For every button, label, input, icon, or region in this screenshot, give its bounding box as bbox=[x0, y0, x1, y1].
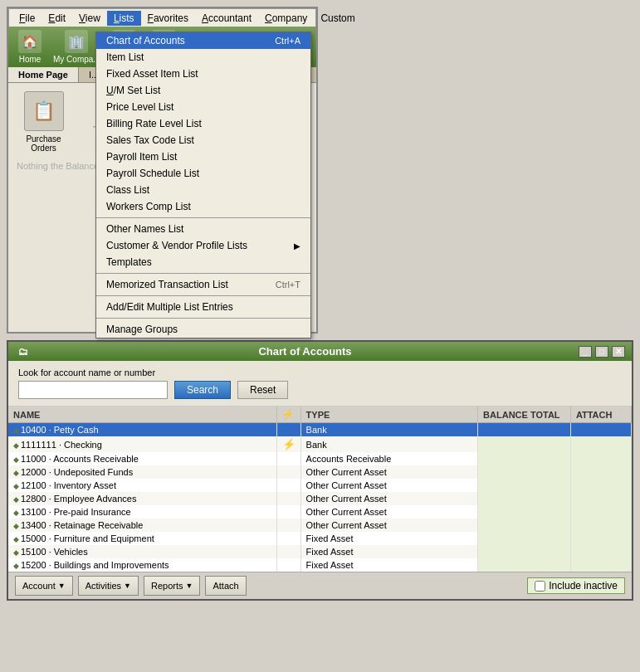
table-row[interactable]: ◆15000 · Furniture and EquipmentFixed As… bbox=[8, 532, 632, 545]
nav-mycompany[interactable]: 🏢 My Compa... bbox=[53, 30, 100, 64]
menu-payroll-schedule-list[interactable]: Payroll Schedule List bbox=[96, 165, 310, 182]
lightning-cell bbox=[276, 545, 300, 558]
account-name-cell: ◆11000 · Accounts Receivable bbox=[8, 452, 276, 465]
activities-button[interactable]: Activities ▼ bbox=[78, 576, 139, 596]
menu-manage-groups[interactable]: Manage Groups bbox=[96, 321, 310, 338]
menu-view[interactable]: View bbox=[72, 11, 107, 26]
menu-accountant[interactable]: Accountant bbox=[195, 11, 258, 26]
account-name-cell: ◆10400 · Petty Cash bbox=[8, 423, 276, 437]
attach-cell bbox=[570, 436, 631, 452]
menu-custom[interactable]: Custom bbox=[314, 11, 361, 26]
search-button[interactable]: Search bbox=[174, 381, 231, 399]
attach-cell bbox=[570, 492, 631, 505]
attach-cell bbox=[570, 545, 631, 558]
close-button[interactable]: ✕ bbox=[612, 346, 625, 358]
balance-total-cell bbox=[478, 479, 571, 492]
reset-button[interactable]: Reset bbox=[237, 381, 288, 399]
menu-chart-of-accounts[interactable]: Chart of Accounts Ctrl+A bbox=[96, 32, 310, 49]
attach-button[interactable]: Attach bbox=[205, 576, 246, 596]
divider-4 bbox=[96, 318, 310, 319]
search-input[interactable] bbox=[18, 381, 168, 399]
attach-cell bbox=[570, 558, 631, 572]
menu-add-edit-multiple-list-entries[interactable]: Add/Edit Multiple List Entries bbox=[96, 299, 310, 315]
balance-total-cell bbox=[478, 545, 571, 558]
reports-button[interactable]: Reports ▼ bbox=[144, 576, 200, 596]
attach-cell bbox=[570, 519, 631, 532]
menu-bar: File Edit View Lists Favorites Accountan… bbox=[8, 8, 316, 27]
menu-file[interactable]: File bbox=[12, 11, 42, 26]
account-type-cell: Other Current Asset bbox=[300, 519, 478, 532]
col-header-type[interactable]: TYPE bbox=[300, 407, 478, 423]
balance-total-cell bbox=[478, 423, 571, 437]
attach-cell bbox=[570, 452, 631, 465]
table-row[interactable]: ◆15200 · Buildings and ImprovementsFixed… bbox=[8, 558, 632, 572]
menu-sales-tax-code-list[interactable]: Sales Tax Code List bbox=[96, 132, 310, 149]
chart-of-accounts-window: 🗂 Chart of Accounts _ □ ✕ Look for accou… bbox=[7, 340, 633, 601]
chart-title: Chart of Accounts bbox=[258, 345, 351, 358]
reports-dropdown-arrow-icon: ▼ bbox=[186, 582, 193, 590]
menu-templates[interactable]: Templates bbox=[96, 254, 310, 270]
menu-class-list[interactable]: Class List bbox=[96, 182, 310, 198]
attach-cell bbox=[570, 505, 631, 519]
menu-item-list[interactable]: Item List bbox=[96, 49, 310, 66]
tab-homepage[interactable]: Home Page bbox=[8, 67, 79, 82]
lightning-cell bbox=[276, 465, 300, 479]
lightning-cell bbox=[276, 452, 300, 465]
titlebar-icon: 🗂 bbox=[15, 345, 32, 358]
table-row[interactable]: ◆13100 · Pre-paid InsuranceOther Current… bbox=[8, 505, 632, 519]
account-type-cell: Other Current Asset bbox=[300, 492, 478, 505]
account-name-cell: ◆13100 · Pre-paid Insurance bbox=[8, 505, 276, 519]
account-type-cell: Accounts Receivable bbox=[300, 452, 478, 465]
maximize-button[interactable]: □ bbox=[595, 346, 608, 358]
account-type-cell: Bank bbox=[300, 436, 478, 452]
col-header-lightning: ⚡ bbox=[276, 407, 300, 423]
col-header-name[interactable]: NAME bbox=[8, 407, 276, 423]
account-button[interactable]: Account ▼ bbox=[15, 576, 73, 596]
attach-cell bbox=[570, 479, 631, 492]
lightning-cell: ⚡ bbox=[276, 436, 300, 452]
submenu-arrow-icon: ▶ bbox=[294, 241, 300, 251]
menu-workers-comp-list[interactable]: Workers Comp List bbox=[96, 198, 310, 215]
menu-fixed-asset-item-list[interactable]: Fixed Asset Item List bbox=[96, 66, 310, 82]
col-header-attach[interactable]: ATTACH bbox=[570, 407, 631, 423]
menu-lists[interactable]: Lists bbox=[107, 11, 141, 26]
table-row[interactable]: ◆13400 · Retainage ReceivableOther Curre… bbox=[8, 519, 632, 532]
lists-dropdown-menu: Chart of Accounts Ctrl+A Item List Fixed… bbox=[95, 32, 311, 338]
purchase-orders-icon: 📋 bbox=[24, 91, 64, 131]
menu-edit[interactable]: Edit bbox=[42, 11, 72, 26]
balance-total-cell bbox=[478, 558, 571, 572]
home-icon-purchase-orders[interactable]: 📋 Purchase Orders bbox=[17, 91, 71, 153]
minimize-button[interactable]: _ bbox=[579, 346, 592, 358]
chart-footer: Account ▼ Activities ▼ Reports ▼ Attach … bbox=[8, 572, 632, 599]
lightning-cell bbox=[276, 505, 300, 519]
table-row[interactable]: ◆15100 · VehiclesFixed Asset bbox=[8, 545, 632, 558]
menu-company[interactable]: Company bbox=[258, 11, 314, 26]
nav-home[interactable]: 🏠 Home bbox=[13, 30, 46, 64]
menu-price-level-list[interactable]: Price Level List bbox=[96, 99, 310, 115]
menu-favorites[interactable]: Favorites bbox=[141, 11, 195, 26]
menu-payroll-item-list[interactable]: Payroll Item List bbox=[96, 149, 310, 165]
search-row: Search Reset bbox=[18, 381, 622, 399]
search-label: Look for account name or number bbox=[18, 368, 622, 377]
balance-total-cell bbox=[478, 519, 571, 532]
table-row[interactable]: ◆10400 · Petty CashBank bbox=[8, 423, 632, 437]
account-type-cell: Other Current Asset bbox=[300, 465, 478, 479]
menu-customer-vendor-profile-lists[interactable]: Customer & Vendor Profile Lists ▶ bbox=[96, 237, 310, 254]
table-row[interactable]: ◆12100 · Inventory AssetOther Current As… bbox=[8, 479, 632, 492]
menu-other-names-list[interactable]: Other Names List bbox=[96, 221, 310, 237]
table-row[interactable]: ◆11000 · Accounts ReceivableAccounts Rec… bbox=[8, 452, 632, 465]
account-name-cell: ◆15100 · Vehicles bbox=[8, 545, 276, 558]
table-row[interactable]: ◆12000 · Undeposited FundsOther Current … bbox=[8, 465, 632, 479]
include-inactive-label[interactable]: Include inactive bbox=[549, 580, 618, 592]
menu-um-set-list[interactable]: U/M Set List bbox=[96, 82, 310, 99]
col-header-balance[interactable]: BALANCE TOTAL bbox=[478, 407, 571, 423]
menu-billing-rate-level-list[interactable]: Billing Rate Level List bbox=[96, 115, 310, 132]
menu-memorized-transaction-list[interactable]: Memorized Transaction List Ctrl+T bbox=[96, 276, 310, 293]
accounts-table-scroll[interactable]: NAME ⚡ TYPE BALANCE TOTAL ATTACH ◆10400 … bbox=[8, 407, 632, 572]
lightning-cell bbox=[276, 479, 300, 492]
table-header-row: NAME ⚡ TYPE BALANCE TOTAL ATTACH bbox=[8, 407, 632, 423]
table-row[interactable]: ◆1111111 · Checking⚡Bank bbox=[8, 436, 632, 452]
lightning-icon: ⚡ bbox=[282, 438, 296, 450]
include-inactive-checkbox[interactable] bbox=[535, 581, 545, 592]
table-row[interactable]: ◆12800 · Employee AdvancesOther Current … bbox=[8, 492, 632, 505]
